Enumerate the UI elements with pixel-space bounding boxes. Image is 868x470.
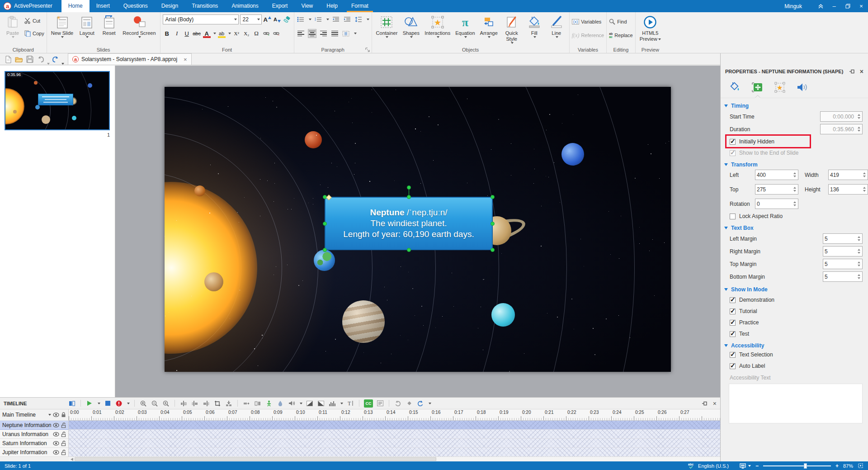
timeline-row-neptune[interactable]: Neptune Information [0, 421, 720, 430]
resize-handle-ne[interactable] [491, 195, 495, 199]
timeline-track[interactable] [69, 439, 720, 448]
subscript-button[interactable]: X₂ [242, 29, 251, 38]
resize-handle-w[interactable] [323, 222, 327, 226]
chevron-down-icon[interactable] [300, 403, 302, 404]
eye-icon[interactable] [53, 423, 59, 427]
chevron-down-icon[interactable] [61, 63, 64, 65]
timeline-close-icon[interactable]: × [713, 400, 717, 407]
spinner[interactable] [855, 272, 862, 281]
chevron-down-icon[interactable] [228, 33, 231, 34]
trim-start-icon[interactable] [191, 399, 199, 408]
reference-button[interactable]: f(x) Reference [572, 31, 604, 40]
superscript-button[interactable]: X² [232, 29, 241, 38]
lock-aspect-checkbox[interactable] [730, 214, 736, 219]
timeline-row-label[interactable]: Jupiter Information [0, 448, 69, 457]
section-accessibility-header[interactable]: Accessibility [724, 342, 868, 349]
align-center-button[interactable] [308, 29, 316, 38]
show-to-end-checkbox[interactable] [730, 150, 736, 156]
chevron-down-icon[interactable] [309, 19, 311, 20]
font-size-select[interactable]: 22 [240, 14, 262, 24]
start-time-field[interactable]: 0:00.000 [820, 111, 863, 122]
mode-test-row[interactable]: Test [730, 330, 863, 338]
document-tab[interactable]: a Solarsystem - Solarsystem - AP8.approj… [68, 53, 192, 65]
copy-button[interactable]: Copy [24, 29, 44, 38]
menu-tab-export[interactable]: Export [265, 0, 295, 12]
timeline-horizontal-scrollbar[interactable] [69, 456, 720, 461]
height-field[interactable]: 136 [828, 184, 868, 195]
resize-handle-e[interactable] [491, 222, 495, 226]
unlock-icon[interactable] [61, 423, 66, 428]
bottom-margin-field[interactable]: 5 [823, 271, 863, 282]
zoom-out-button[interactable]: − [755, 463, 759, 469]
top-margin-field[interactable]: 5 [823, 259, 863, 269]
insert-time-icon[interactable] [225, 399, 233, 408]
eye-icon[interactable] [53, 450, 59, 455]
canvas[interactable]: Neptune /ˈnep.tjuːn/ The windiest planet… [115, 66, 720, 397]
spinner[interactable] [861, 170, 868, 180]
timeline-row-label[interactable]: Uranus Information [0, 430, 69, 439]
tab-audio[interactable] [796, 81, 809, 93]
align-left-button[interactable] [297, 29, 305, 38]
main-timeline-selector[interactable]: Main Timeline [0, 409, 69, 421]
pin-icon[interactable] [702, 401, 707, 406]
undo-button[interactable] [35, 54, 46, 65]
menu-tab-animations[interactable]: Animations [225, 0, 265, 12]
arrange-button[interactable]: Arrange [478, 14, 500, 46]
increase-indent-button[interactable] [343, 15, 352, 24]
resize-handle-se[interactable] [491, 248, 495, 252]
fit-to-window-icon[interactable] [858, 463, 863, 469]
fade-out-icon[interactable] [317, 399, 325, 408]
symbol-button[interactable]: Ω [252, 29, 261, 38]
stop-icon[interactable] [104, 399, 112, 408]
strikethrough-button[interactable]: abc [193, 29, 201, 38]
shrink-font-button[interactable]: A [273, 15, 282, 24]
menu-tab-design[interactable]: Design [155, 0, 185, 12]
animation-icon[interactable] [265, 399, 273, 408]
new-slide-button[interactable]: ✳ New Slide [49, 14, 75, 46]
document-tab-close-icon[interactable]: × [184, 56, 187, 63]
initially-hidden-checkbox[interactable] [730, 139, 736, 145]
fill-button[interactable]: Fill [524, 14, 545, 46]
width-field[interactable]: 419 [828, 170, 868, 180]
timeline-track[interactable] [69, 421, 720, 430]
chevron-down-icon[interactable] [429, 403, 431, 404]
remove-link-button[interactable]: − [272, 29, 281, 38]
line-button[interactable]: Line [546, 14, 567, 46]
resize-handle-s[interactable] [407, 248, 411, 252]
timeline-row-saturn[interactable]: Saturn Information [0, 439, 720, 448]
chevron-down-icon[interactable] [98, 403, 100, 404]
test-checkbox[interactable] [730, 331, 736, 337]
eye-icon[interactable] [53, 413, 59, 417]
pin-icon[interactable] [849, 69, 854, 74]
find-button[interactable]: Find [609, 17, 633, 26]
bullet-list-button[interactable] [297, 15, 305, 24]
language-selector[interactable]: English (U.S.) [698, 463, 729, 469]
zoom-slider[interactable] [763, 465, 831, 466]
top-field[interactable]: 275 [755, 184, 798, 195]
paragraph-dialog-launcher-icon[interactable] [365, 47, 370, 52]
mode-tutorial-row[interactable]: Tutorial [730, 307, 863, 315]
highlight-button[interactable]: ab [217, 29, 226, 38]
keyframe-icon[interactable] [405, 399, 413, 408]
section-text-box-header[interactable]: Text Box [724, 225, 868, 231]
tutorial-checkbox[interactable] [730, 309, 736, 314]
auto-label-checkbox[interactable] [730, 363, 736, 369]
tab-size-properties[interactable] [750, 81, 764, 93]
timeline-row-uranus[interactable]: Uranus Information [0, 430, 720, 439]
timeline-row-jupiter[interactable]: Jupiter Information [0, 448, 720, 457]
tab-style-fill[interactable] [728, 81, 741, 93]
tab-interactivity[interactable]: ★ [773, 81, 787, 93]
paste-button[interactable]: Paste [2, 14, 23, 46]
redo-button[interactable] [50, 54, 61, 65]
caption-list-icon[interactable] [376, 399, 384, 408]
rotation-field[interactable]: 0 [755, 199, 798, 209]
right-margin-field[interactable]: 5 [823, 246, 863, 256]
vertical-align-button[interactable] [342, 29, 350, 38]
replace-button[interactable]: abac Replace [609, 31, 633, 40]
spinner[interactable] [855, 124, 862, 134]
restore-button[interactable] [841, 0, 854, 12]
view-mode-button[interactable] [740, 463, 751, 469]
slide-editor[interactable]: Neptune /ˈnep.tjuːn/ The windiest planet… [165, 87, 671, 372]
crop-icon[interactable] [213, 399, 222, 408]
eye-icon[interactable] [53, 441, 59, 446]
